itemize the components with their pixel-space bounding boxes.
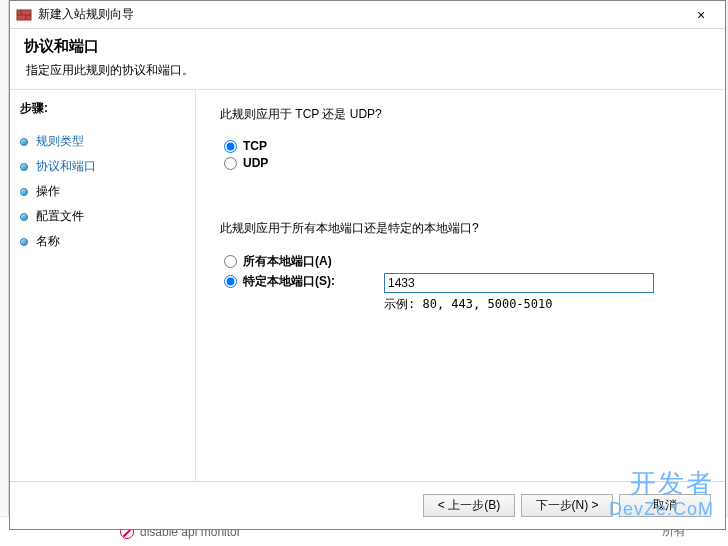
steps-heading: 步骤: — [20, 100, 195, 117]
step-label: 操作 — [36, 183, 60, 200]
step-rule-type[interactable]: 规则类型 — [20, 129, 195, 154]
close-icon: × — [697, 7, 705, 23]
content-panel: 此规则应用于 TCP 还是 UDP? TCP UDP 此规则应用于所有本地端口还… — [195, 90, 725, 481]
radio-tcp[interactable] — [224, 140, 237, 153]
radio-all-ports-label: 所有本地端口(A) — [243, 253, 332, 270]
wizard-header: 协议和端口 指定应用此规则的协议和端口。 — [10, 29, 725, 90]
bullet-icon — [20, 188, 28, 196]
page-subtitle: 指定应用此规则的协议和端口。 — [26, 62, 711, 79]
step-label[interactable]: 协议和端口 — [36, 158, 96, 175]
specific-ports-row: 特定本地端口(S): 示例: 80, 443, 5000-5010 — [224, 273, 705, 313]
next-button[interactable]: 下一步(N) > — [521, 494, 613, 517]
step-protocol-port[interactable]: 协议和端口 — [20, 154, 195, 179]
wizard-footer: < 上一步(B) 下一步(N) > 取消 — [10, 481, 725, 529]
radio-specific-ports-label: 特定本地端口(S): — [243, 273, 335, 290]
firewall-icon — [16, 7, 32, 23]
step-action: 操作 — [20, 179, 195, 204]
parent-window-edge — [0, 0, 9, 546]
protocol-udp-row[interactable]: UDP — [224, 156, 705, 170]
radio-udp-label: UDP — [243, 156, 268, 170]
step-label: 名称 — [36, 233, 60, 250]
all-ports-row[interactable]: 所有本地端口(A) — [224, 253, 705, 270]
wizard-body: 步骤: 规则类型 协议和端口 操作 配置文件 名称 此规 — [10, 90, 725, 481]
cancel-button[interactable]: 取消 — [619, 494, 711, 517]
protocol-tcp-row[interactable]: TCP — [224, 139, 705, 153]
bullet-icon — [20, 213, 28, 221]
port-example: 示例: 80, 443, 5000-5010 — [384, 296, 705, 313]
radio-all-ports[interactable] — [224, 255, 237, 268]
port-input[interactable] — [384, 273, 654, 293]
bullet-icon — [20, 238, 28, 246]
step-profile: 配置文件 — [20, 204, 195, 229]
step-label[interactable]: 规则类型 — [36, 133, 84, 150]
close-button[interactable]: × — [681, 2, 721, 28]
ports-section: 此规则应用于所有本地端口还是特定的本地端口? 所有本地端口(A) 特定本地端口(… — [220, 220, 705, 313]
radio-tcp-label: TCP — [243, 139, 267, 153]
ports-question: 此规则应用于所有本地端口还是特定的本地端口? — [220, 220, 705, 237]
wizard-window: 新建入站规则向导 × 协议和端口 指定应用此规则的协议和端口。 步骤: 规则类型… — [9, 0, 726, 530]
bullet-icon — [20, 163, 28, 171]
window-title: 新建入站规则向导 — [38, 6, 681, 23]
steps-sidebar: 步骤: 规则类型 协议和端口 操作 配置文件 名称 — [10, 90, 195, 481]
page-title: 协议和端口 — [24, 37, 711, 56]
bullet-icon — [20, 138, 28, 146]
back-button[interactable]: < 上一步(B) — [423, 494, 515, 517]
protocol-question: 此规则应用于 TCP 还是 UDP? — [220, 106, 705, 123]
step-name: 名称 — [20, 229, 195, 254]
titlebar: 新建入站规则向导 × — [10, 1, 725, 29]
step-label: 配置文件 — [36, 208, 84, 225]
radio-specific-ports[interactable] — [224, 275, 237, 288]
radio-udp[interactable] — [224, 157, 237, 170]
